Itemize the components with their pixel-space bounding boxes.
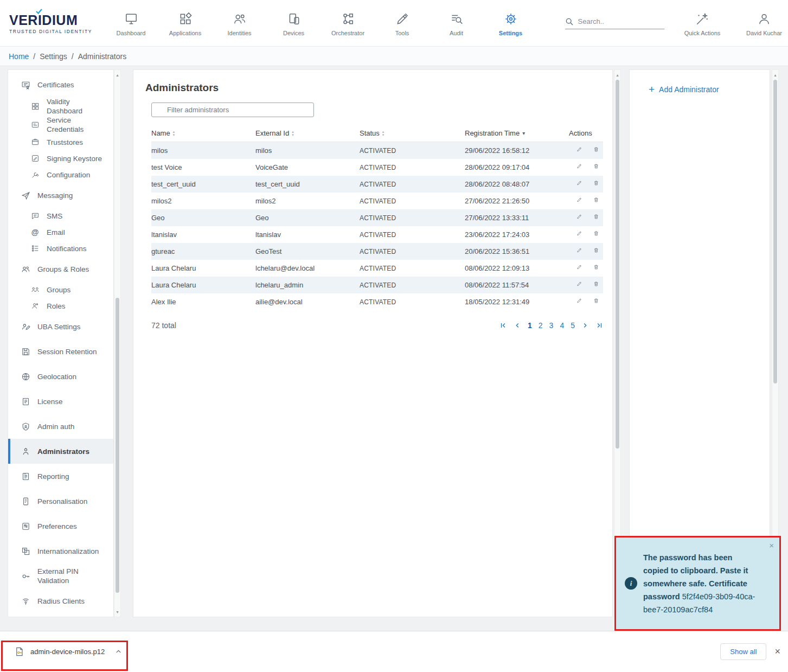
nav-orchestrator[interactable]: Orchestrator (321, 10, 375, 36)
sidebar-item-truststores[interactable]: Truststores (8, 134, 113, 150)
delete-trash-icon[interactable] (593, 163, 599, 172)
sidebar-item-uba-settings[interactable]: UBA Settings (8, 314, 113, 339)
first-page-button[interactable] (499, 322, 507, 329)
veridium-logo[interactable]: VERIDIUM TRUSTED DIGITAL IDENTITY (0, 12, 97, 34)
delete-trash-icon[interactable] (593, 247, 599, 256)
scroll-up-arrow-icon[interactable]: ▴ (114, 71, 120, 79)
show-all-button[interactable]: Show all (720, 643, 766, 660)
chevron-up-icon[interactable] (115, 648, 122, 655)
nav-applications[interactable]: Applications (158, 10, 213, 36)
sidebar-item-admin-auth[interactable]: Admin auth (8, 414, 113, 439)
page-5-button[interactable]: 5 (571, 321, 575, 330)
next-page-button[interactable] (581, 322, 589, 329)
sidebar-item-groups-roles[interactable]: Groups & Roles (8, 257, 113, 281)
sidebar-item-personalisation[interactable]: Personalisation (8, 489, 113, 514)
nav-audit[interactable]: Audit (430, 10, 484, 36)
table-row[interactable]: Laura Chelaru lchelaru@dev.local ACTIVAT… (151, 260, 603, 277)
sidebar-item-license[interactable]: License (8, 389, 113, 414)
sidebar-item-administrators[interactable]: Administrators (8, 439, 113, 464)
sidebar-item-geolocation[interactable]: Geolocation (8, 364, 113, 389)
sidebar-item-session-retention[interactable]: Session Retention (8, 339, 113, 364)
breadcrumb-settings[interactable]: Settings (40, 52, 67, 61)
edit-pencil-icon[interactable] (576, 180, 582, 189)
nav-dashboard[interactable]: Dashboard (104, 10, 158, 36)
scroll-down-arrow-icon[interactable]: ▾ (114, 608, 120, 616)
main-scrollbar[interactable]: ▴ ▾ (614, 69, 621, 617)
edit-pencil-icon[interactable] (576, 197, 582, 206)
column-header-registration-time[interactable]: Registration Time ▾ (465, 129, 569, 137)
edit-pencil-icon[interactable] (576, 231, 582, 239)
nav-tools[interactable]: Tools (375, 10, 430, 36)
page-3-button[interactable]: 3 (549, 321, 554, 330)
previous-page-button[interactable] (514, 322, 521, 329)
table-row[interactable]: Geo Geo ACTIVATED 27/06/2022 13:33:11 (151, 209, 603, 226)
right-panel-scrollbar[interactable]: ▴ ▾ (772, 69, 779, 617)
delete-trash-icon[interactable] (593, 146, 599, 155)
delete-trash-icon[interactable] (593, 264, 599, 273)
breadcrumb-home-link[interactable]: Home (9, 52, 29, 61)
scrollbar-thumb[interactable] (116, 298, 119, 593)
table-row[interactable]: gtureac GeoTest ACTIVATED 20/06/2022 15:… (151, 243, 603, 260)
table-row[interactable]: Alex Ilie ailie@dev.local ACTIVATED 18/0… (151, 293, 603, 310)
sidebar-item-reporting[interactable]: Reporting (8, 464, 113, 489)
table-row[interactable]: test Voice VoiceGate ACTIVATED 28/06/202… (151, 159, 603, 176)
quick-actions-button[interactable]: Quick Actions (678, 10, 726, 36)
edit-pencil-icon[interactable] (576, 281, 582, 290)
page-1-button[interactable]: 1 (528, 321, 532, 330)
user-menu[interactable]: David Kuchar (740, 10, 788, 36)
sidebar-item-signing-keystore[interactable]: Signing Keystore (8, 150, 113, 167)
edit-pencil-icon[interactable] (576, 163, 582, 172)
download-item[interactable]: admin-device-milos.p12 (14, 647, 122, 657)
sidebar-item-roles[interactable]: Roles (8, 298, 113, 314)
table-row[interactable]: milos milos ACTIVATED 29/06/2022 16:58:1… (151, 142, 603, 159)
sidebar-item-internationalization[interactable]: Internationalization (8, 539, 113, 564)
delete-trash-icon[interactable] (593, 197, 599, 206)
column-header-external-id[interactable]: External Id ▴▾ (255, 129, 360, 137)
filter-administrators-input[interactable] (151, 103, 314, 117)
page-4-button[interactable]: 4 (560, 321, 564, 330)
table-row[interactable]: Laura Chelaru lchelaru_admin ACTIVATED 0… (151, 277, 603, 293)
sidebar-item-groups[interactable]: Groups (8, 281, 113, 298)
sidebar-item-radius-clients[interactable]: Radius Clients (8, 588, 113, 613)
table-row[interactable]: test_cert_uuid test_cert_uuid ACTIVATED … (151, 176, 603, 193)
scroll-up-arrow-icon[interactable]: ▴ (614, 71, 620, 79)
sidebar-item-sms[interactable]: SMS (8, 208, 113, 224)
delete-trash-icon[interactable] (593, 180, 599, 189)
sidebar-item-notifications[interactable]: Notifications (8, 240, 113, 257)
sidebar-item-service-credentials[interactable]: Service Credentials (8, 116, 113, 134)
sidebar-item-validity-dashboard[interactable]: Validity Dashboard (8, 97, 113, 116)
table-row[interactable]: ltanislav ltanislav ACTIVATED 23/06/2022… (151, 226, 603, 243)
delete-trash-icon[interactable] (593, 231, 599, 239)
delete-trash-icon[interactable] (593, 298, 599, 306)
nav-devices[interactable]: Devices (267, 10, 321, 36)
last-page-button[interactable] (595, 322, 603, 329)
delete-trash-icon[interactable] (593, 214, 599, 222)
nav-identities[interactable]: Identities (213, 10, 267, 36)
sidebar-item-messaging[interactable]: Messaging (8, 183, 113, 208)
scrollbar-thumb[interactable] (773, 80, 777, 383)
sidebar-scrollbar[interactable]: ▴ ▾ (114, 69, 121, 617)
downloads-bar-close-icon[interactable]: × (774, 646, 780, 657)
sidebar-item-preferences[interactable]: Preferences (8, 514, 113, 539)
edit-pencil-icon[interactable] (576, 214, 582, 222)
toast-close-icon[interactable]: × (769, 541, 774, 550)
sidebar-item-email[interactable]: @ Email (8, 224, 113, 240)
nav-settings[interactable]: Settings (484, 10, 538, 36)
edit-pencil-icon[interactable] (576, 247, 582, 256)
delete-trash-icon[interactable] (593, 281, 599, 290)
sidebar-item-external-pin-validation[interactable]: External PIN Validation (8, 564, 113, 588)
edit-pencil-icon[interactable] (576, 264, 582, 273)
table-row[interactable]: milos2 milos2 ACTIVATED 27/06/2022 21:26… (151, 193, 603, 209)
page-2-button[interactable]: 2 (539, 321, 543, 330)
column-header-name[interactable]: Name ▴▾ (151, 129, 255, 137)
edit-pencil-icon[interactable] (576, 298, 582, 306)
column-header-status[interactable]: Status ▴▾ (360, 129, 465, 137)
sidebar-item-label: UBA Settings (37, 322, 91, 331)
search-input[interactable] (578, 17, 659, 25)
sidebar-item-configuration[interactable]: Configuration (8, 167, 113, 183)
add-administrator-button[interactable]: + Add Administrator (630, 70, 770, 94)
scrollbar-thumb[interactable] (616, 80, 619, 449)
scroll-up-arrow-icon[interactable]: ▴ (772, 71, 778, 79)
edit-pencil-icon[interactable] (576, 146, 582, 155)
sidebar-item-certificates[interactable]: Certificates (8, 72, 113, 97)
